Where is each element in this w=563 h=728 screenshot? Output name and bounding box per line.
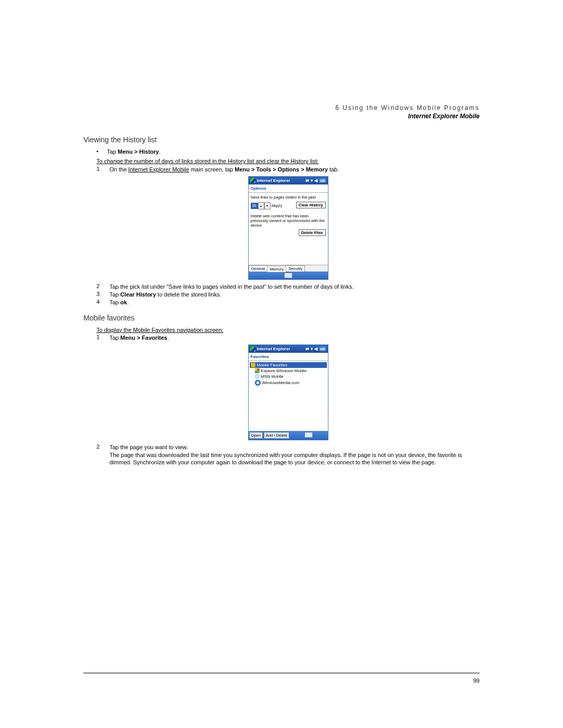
winlogo-icon bbox=[255, 368, 260, 373]
volume-icon: ◀ bbox=[314, 178, 317, 183]
msn-icon bbox=[255, 374, 260, 379]
signal-icon: ▾ bbox=[311, 347, 313, 351]
connectivity-icon: ⇄ bbox=[305, 347, 309, 351]
connectivity-icon: ⇄ bbox=[305, 178, 309, 183]
step-3: 3 Tap Clear History to delete the stored… bbox=[96, 291, 480, 298]
wm-titlebar: Internet Explorer ⇄ ▾ ◀ ok bbox=[249, 345, 328, 353]
step-4: 4 Tap ok. bbox=[96, 299, 480, 306]
screenshot-options-memory: Internet Explorer ⇄ ▾ ◀ ok Options Save … bbox=[248, 176, 328, 280]
signal-icon: ▾ bbox=[311, 178, 313, 183]
soft-open-button[interactable]: Open bbox=[249, 432, 263, 439]
section-title: Internet Explorer Mobile bbox=[83, 113, 480, 120]
soft-add-delete-button[interactable]: Add / Delete bbox=[264, 432, 289, 439]
page-header: 6 Using the Windows Mobile Programs Inte… bbox=[83, 104, 480, 120]
ok-button[interactable]: ok bbox=[319, 347, 326, 351]
fav-step-1: 1 Tap Menu > Favorites. bbox=[96, 334, 480, 341]
ok-button[interactable]: ok bbox=[319, 178, 326, 183]
favorite-label: WindowsMedia.com bbox=[262, 380, 300, 385]
clear-history-button[interactable]: Clear History bbox=[296, 202, 326, 208]
favorite-label: MSN Mobile bbox=[261, 374, 284, 379]
fav-step-2: 2 Tap the page you want to view. The pag… bbox=[96, 443, 480, 466]
favorite-item[interactable]: Mobile Favorites bbox=[250, 362, 327, 368]
subhead-display-favorites: To display the Mobile Favorites navigati… bbox=[96, 326, 480, 334]
step-2: 2 Tap the pick list under "Save links to… bbox=[96, 283, 480, 290]
options-tabs: General Memory Security bbox=[249, 265, 328, 272]
heading-viewing-history: Viewing the History list bbox=[83, 135, 480, 144]
wm-bottombar bbox=[249, 272, 328, 279]
favorite-label: Mobile Favorites bbox=[257, 363, 288, 367]
step-1: 1 On the Internet Explorer Mobile main s… bbox=[96, 166, 480, 173]
heading-mobile-favorites: Mobile favorites bbox=[83, 314, 480, 322]
bullet-tap-history: • Tap Menu > History. bbox=[96, 148, 480, 155]
page-number: 99 bbox=[473, 677, 480, 684]
keyboard-icon[interactable] bbox=[284, 273, 292, 278]
keyboard-icon[interactable] bbox=[304, 432, 313, 438]
volume-icon: ◀ bbox=[314, 347, 317, 351]
favorite-label: Explore Windows Mobile bbox=[261, 368, 307, 373]
wm-titlebar: Internet Explorer ⇄ ▾ ◀ ok bbox=[249, 177, 328, 184]
spin-up-icon[interactable]: ▴ bbox=[258, 202, 264, 209]
favorite-item[interactable]: MSN Mobile bbox=[250, 374, 327, 379]
star-icon bbox=[251, 363, 255, 367]
wm-bottombar: Open Add / Delete bbox=[249, 431, 328, 440]
days-spinner[interactable]: 30 ▴ ▾ day(s) bbox=[251, 202, 283, 209]
delete-content-label: Delete web content that has been previou… bbox=[251, 214, 326, 228]
wmedia-icon bbox=[255, 380, 261, 386]
start-icon[interactable] bbox=[250, 347, 255, 352]
favorites-title: Favorites bbox=[249, 353, 328, 361]
tab-general[interactable]: General bbox=[249, 265, 268, 272]
spin-down-icon[interactable]: ▾ bbox=[264, 202, 271, 209]
favorite-item[interactable]: WindowsMedia.com bbox=[250, 379, 327, 386]
options-title: Options bbox=[249, 184, 328, 193]
favorite-item[interactable]: Explore Windows Mobile bbox=[250, 368, 327, 374]
save-links-label: Save links to pages visited in the past bbox=[251, 195, 326, 200]
start-icon[interactable] bbox=[250, 178, 255, 183]
bullet-marker: • bbox=[96, 148, 107, 155]
tab-memory[interactable]: Memory bbox=[267, 266, 286, 272]
favorites-list: Mobile FavoritesExplore Windows MobileMS… bbox=[249, 361, 328, 431]
footer-rule bbox=[83, 673, 480, 673]
tab-security[interactable]: Security bbox=[286, 265, 305, 272]
screenshot-favorites: Internet Explorer ⇄ ▾ ◀ ok Favorites Mob… bbox=[248, 344, 328, 440]
delete-files-button[interactable]: Delete Files bbox=[299, 229, 326, 236]
subhead-change-history: To change the number of days of links st… bbox=[96, 157, 480, 165]
chapter-title: 6 Using the Windows Mobile Programs bbox=[83, 104, 480, 112]
